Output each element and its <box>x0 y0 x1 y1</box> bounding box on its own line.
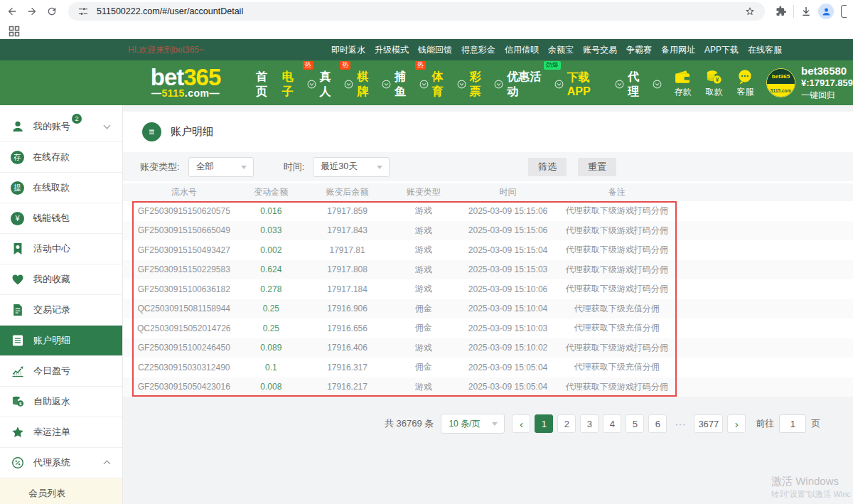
reset-button[interactable]: 重置 <box>578 158 616 176</box>
document-icon <box>11 303 25 317</box>
topbar-link[interactable]: 余额宝 <box>548 44 574 56</box>
one-key-return-link[interactable]: 一键回归 <box>801 90 853 102</box>
badge-bottom-text: 5115.com <box>767 84 795 97</box>
nav-item-label: 优惠活动 <box>507 70 552 100</box>
topbar-link[interactable]: 得意彩金 <box>461 44 495 56</box>
nav-item[interactable]: 优惠活动劲爆 <box>507 67 564 100</box>
goto-page-input[interactable] <box>779 414 806 433</box>
more-pages-icon[interactable]: ··· <box>671 414 690 433</box>
page-title-row: 账户明细 <box>123 112 853 151</box>
topbar-link[interactable]: 即时返水 <box>331 44 365 56</box>
table-cell: 17917.859 <box>306 206 388 216</box>
profile-avatar[interactable] <box>818 4 834 19</box>
sidebar-item-label: 活动中心 <box>33 242 70 255</box>
topbar-link[interactable]: 争霸赛 <box>626 44 652 56</box>
site-logo[interactable]: bet365 —5115.com— <box>135 67 236 99</box>
reload-icon[interactable] <box>44 4 60 19</box>
forward-icon[interactable] <box>24 4 40 19</box>
topbar-link[interactable]: 钱能回馈 <box>418 44 452 56</box>
quick-action[interactable]: 存款 <box>670 68 695 98</box>
quick-action[interactable]: ¥取款 <box>702 68 726 98</box>
column-header: 变动金额 <box>236 186 307 198</box>
table-cell: 2025-03-09 15:05:04 <box>459 382 557 392</box>
sidebar-item[interactable]: 我的收藏 <box>0 264 122 295</box>
page-button[interactable]: 1 <box>535 414 553 433</box>
quick-action[interactable]: 客服 <box>733 68 758 98</box>
filter-button[interactable]: 筛选 <box>528 158 567 176</box>
table-cell: 佣金 <box>388 322 459 334</box>
nav-item[interactable]: 下载APP <box>567 68 624 98</box>
sidebar-item[interactable]: $自助返水 <box>0 387 122 417</box>
logo-bet: bet <box>151 64 184 90</box>
wallet-icon <box>673 68 692 86</box>
circle-chevron-icon <box>457 80 466 89</box>
next-page-button[interactable]: › <box>727 414 746 433</box>
sidebar-item[interactable]: 活动中心 <box>0 234 122 264</box>
topbar-link[interactable]: 在线客服 <box>748 44 782 56</box>
page-button[interactable]: 5 <box>626 414 644 433</box>
nav-item[interactable]: 捕鱼热 <box>395 67 429 100</box>
page-button[interactable]: 2 <box>557 414 576 433</box>
prev-page-button[interactable]: ‹ <box>512 414 530 433</box>
topbar-link[interactable]: 升级模式 <box>375 44 409 56</box>
circle-chevron-icon <box>344 80 353 89</box>
page-button[interactable]: 6 <box>648 414 667 433</box>
sidebar-item-label: 幸运注单 <box>33 426 70 439</box>
sidebar-item[interactable]: 账户明细 <box>0 326 122 356</box>
downloads-icon[interactable] <box>798 4 814 19</box>
bookmark-star-icon[interactable] <box>742 4 758 19</box>
topbar-link[interactable]: APP下载 <box>704 44 739 56</box>
side-panel-icon[interactable] <box>841 5 847 18</box>
back-icon[interactable] <box>4 4 20 19</box>
sidebar-item[interactable]: ¥钱能钱包 <box>0 203 122 234</box>
topbar-link[interactable]: 账号交易 <box>583 44 617 56</box>
chevron-down-icon <box>104 122 111 129</box>
nav-item[interactable]: 真人热 <box>320 67 354 100</box>
site-topbar: HI,欢迎来到bet365~ 即时返水升级模式钱能回馈得意彩金信用借呗余额宝账号… <box>0 39 853 60</box>
amount-cell: 0.25 <box>236 304 307 313</box>
page-button[interactable]: 4 <box>603 414 621 433</box>
page-button[interactable]: 3677 <box>694 414 723 433</box>
extensions-icon[interactable] <box>773 4 789 19</box>
table-cell: 游戏 <box>388 205 459 217</box>
nav-item[interactable]: 电子热 <box>282 67 316 100</box>
jinbao-badge: 劲爆 <box>544 61 561 70</box>
time-select[interactable]: 最近30天 <box>313 157 390 177</box>
sidebar-item[interactable]: 我的账号2 <box>0 112 122 142</box>
sidebar-item-label: 在线取款 <box>33 181 70 194</box>
nav-item[interactable]: 首页 <box>256 67 279 100</box>
nav-item[interactable]: 体育 <box>432 67 466 100</box>
table-cell: 代理获取下级游戏打码分佣 <box>557 381 677 393</box>
address-bar[interactable]: 511500222.com/#/user/accountDetail <box>68 2 765 21</box>
apps-grid-icon[interactable] <box>6 23 22 39</box>
table-cell: 17916.406 <box>306 343 388 353</box>
topbar-link[interactable]: 信用借呗 <box>505 44 539 56</box>
sidebar-item[interactable]: 幸运注单 <box>0 417 122 448</box>
hot-badge: 热 <box>303 61 313 70</box>
nav-item[interactable]: 棋牌 <box>357 67 391 100</box>
nav-item[interactable]: 彩票 <box>470 67 504 100</box>
sidebar-item[interactable]: 今日盈亏 <box>0 356 122 387</box>
sidebar-item[interactable]: 存在线存款 <box>0 142 122 173</box>
count-badge: 2 <box>72 114 82 124</box>
page-button[interactable]: 3 <box>580 414 599 433</box>
per-page-select[interactable]: 10 条/页 <box>441 414 505 434</box>
table-cell: 游戏 <box>388 244 459 256</box>
sidebar-item[interactable]: 会员列表 <box>0 478 122 504</box>
nav-item-label: 代理 <box>628 70 650 100</box>
amount-cell: 0.1 <box>236 363 307 372</box>
table-cell: GF25030915100246450 <box>132 343 236 353</box>
table-cell: 游戏 <box>388 283 459 295</box>
sidebar-item[interactable]: 代理系统 <box>0 448 122 478</box>
sidebar-item[interactable]: 提在线取款 <box>0 173 122 203</box>
site-settings-icon[interactable] <box>75 4 91 19</box>
topbar-link[interactable]: 备用网址 <box>661 44 695 56</box>
nav-item-label: 捕鱼 <box>395 70 417 100</box>
table-header: 流水号变动金额账变后余额账变类型时间备注 <box>123 181 853 201</box>
sidebar-item[interactable]: 交易记录 <box>0 295 122 326</box>
circle-chevron-icon <box>382 80 391 89</box>
trend-chart-icon <box>11 364 25 378</box>
nav-item[interactable]: 代理 <box>628 67 662 100</box>
main-panel: 账户明细 账变类型: 全部 时间: 最近30天 筛选 重置 流水号变动金额账变后… <box>123 105 853 504</box>
type-select[interactable]: 全部 <box>188 157 254 177</box>
